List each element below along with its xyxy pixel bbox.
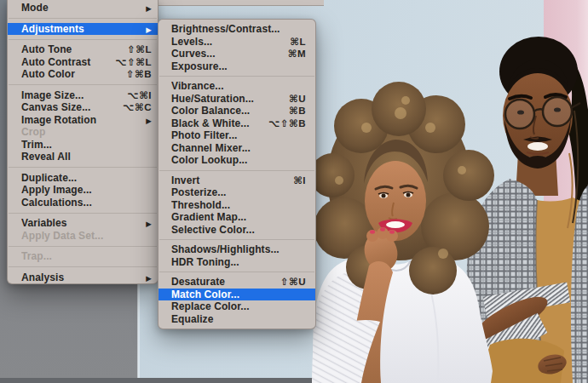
submenu-item-gradient-map[interactable]: Gradient Map...: [159, 211, 315, 224]
menu-separator: [159, 239, 314, 240]
menu-item-calculations[interactable]: Calculations...: [8, 197, 158, 209]
submenu-arrow-icon: ▶: [146, 273, 152, 282]
menu-item-label: HDR Toning...: [171, 256, 306, 268]
menu-item-trap: Trap...: [8, 250, 158, 263]
menu-item-label: Levels...: [171, 36, 283, 48]
submenu-item-desaturate[interactable]: Desaturate⇧⌘U: [159, 276, 315, 289]
menu-item-shortcut: ⌥⌘C: [123, 101, 152, 113]
menu-item-label: Hue/Saturation...: [171, 93, 282, 105]
menu-item-auto-color[interactable]: Auto Color⇧⌘B: [8, 68, 158, 81]
menu-item-label: Trap...: [21, 250, 152, 262]
menu-item-apply-image[interactable]: Apply Image...: [8, 184, 158, 197]
submenu-item-posterize[interactable]: Posterize...: [159, 186, 315, 199]
menu-separator: [159, 76, 314, 77]
menu-item-mode[interactable]: Mode▶: [8, 2, 158, 14]
menu-separator: [159, 272, 314, 272]
menu-item-apply-data-set: Apply Data Set...: [8, 230, 158, 243]
menu-item-shortcut: ⌥⇧⌘L: [115, 56, 152, 68]
submenu-item-hdr-toning[interactable]: HDR Toning...: [159, 256, 315, 269]
menu-item-duplicate[interactable]: Duplicate...: [8, 172, 158, 185]
menu-item-variables[interactable]: Variables▶: [8, 217, 158, 230]
menu-item-label: Match Color...: [171, 289, 306, 300]
menu-item-label: Photo Filter...: [171, 129, 306, 141]
submenu-arrow-icon: ▶: [146, 25, 152, 33]
menu-item-label: Threshold...: [171, 199, 306, 211]
submenu-item-match-color[interactable]: Match Color...: [159, 289, 315, 301]
menu-item-label: Canvas Size...: [21, 101, 116, 113]
submenu-item-selective-color[interactable]: Selective Color...: [159, 224, 315, 237]
menu-separator: [9, 18, 157, 19]
submenu-item-photo-filter[interactable]: Photo Filter...: [159, 129, 315, 142]
menu-item-label: Analysis: [21, 272, 146, 283]
menu-item-label: Channel Mixer...: [171, 142, 306, 154]
submenu-item-hue-saturation[interactable]: Hue/Saturation...⌘U: [159, 93, 315, 106]
menu-separator: [9, 84, 157, 85]
menu-item-label: Duplicate...: [21, 172, 152, 184]
adjustments-submenu: Brightness/Contrast...Levels...⌘LCurves.…: [158, 19, 316, 329]
menu-item-label: Adjustments: [21, 23, 146, 35]
menu-item-shortcut: ⌘L: [290, 36, 306, 48]
menu-item-label: Selective Color...: [171, 224, 306, 236]
menu-item-auto-tone[interactable]: Auto Tone⇧⌘L: [8, 43, 158, 56]
submenu-item-black-white[interactable]: Black & White...⌥⇧⌘B: [159, 117, 315, 130]
menu-item-label: Color Lookup...: [171, 154, 306, 166]
submenu-item-vibrance[interactable]: Vibrance...: [159, 80, 315, 93]
menu-item-shortcut: ⌥⇧⌘B: [268, 117, 306, 129]
menu-item-label: Posterize...: [171, 186, 306, 198]
menu-item-label: Mode: [21, 2, 146, 14]
menu-item-label: Image Rotation: [21, 114, 146, 126]
submenu-item-invert[interactable]: Invert⌘I: [159, 174, 315, 187]
menu-item-reveal-all[interactable]: Reveal All: [8, 151, 158, 163]
menu-item-label: Equalize: [171, 313, 306, 325]
menu-item-label: Image Size...: [21, 89, 120, 101]
menu-separator: [9, 167, 157, 168]
menu-item-analysis[interactable]: Analysis▶: [8, 272, 158, 284]
submenu-item-color-lookup[interactable]: Color Lookup...: [159, 154, 315, 167]
menu-item-shortcut: ⌘I: [293, 174, 306, 186]
submenu-arrow-icon: ▶: [146, 220, 152, 228]
menu-separator: [9, 39, 157, 40]
menu-item-label: Replace Color...: [171, 300, 306, 312]
photo-woman: [310, 82, 494, 383]
menu-item-label: Invert: [171, 174, 286, 186]
submenu-item-levels[interactable]: Levels...⌘L: [159, 36, 315, 49]
menu-item-trim[interactable]: Trim...: [8, 139, 158, 151]
menu-item-shortcut: ⌘U: [289, 93, 306, 105]
menu-item-label: Desaturate: [171, 276, 274, 288]
menu-separator: [9, 266, 157, 267]
submenu-item-threshold[interactable]: Threshold...: [159, 199, 315, 212]
menu-item-image-rotation[interactable]: Image Rotation▶: [8, 114, 158, 127]
menu-item-image-size[interactable]: Image Size...⌥⌘I: [8, 89, 158, 102]
menu-separator: [9, 246, 157, 247]
menu-item-label: Gradient Map...: [171, 211, 306, 223]
submenu-item-shadows-highlights[interactable]: Shadows/Highlights...: [159, 243, 315, 256]
submenu-item-channel-mixer[interactable]: Channel Mixer...: [159, 142, 315, 155]
cropped-panel-fragment: [156, 0, 324, 6]
menu-item-label: Shadows/Highlights...: [171, 243, 306, 255]
submenu-item-equalize[interactable]: Equalize: [159, 313, 315, 326]
menu-item-canvas-size[interactable]: Canvas Size...⌥⌘C: [8, 101, 158, 114]
menu-item-label: Variables: [21, 217, 146, 229]
menu-item-label: Auto Tone: [21, 43, 120, 55]
submenu-item-brightness-contrast[interactable]: Brightness/Contrast...: [159, 23, 315, 36]
submenu-item-curves[interactable]: Curves...⌘M: [159, 48, 315, 60]
menu-item-label: Apply Image...: [21, 184, 152, 196]
menu-item-label: Color Balance...: [171, 105, 282, 117]
submenu-item-replace-color[interactable]: Replace Color...: [159, 300, 315, 313]
menu-item-shortcut: ⌘B: [289, 105, 306, 117]
menu-item-label: Curves...: [171, 48, 281, 60]
menu-item-shortcut: ⇧⌘L: [127, 43, 152, 55]
submenu-item-exposure[interactable]: Exposure...: [159, 60, 315, 73]
menu-separator: [9, 213, 157, 214]
menu-item-label: Brightness/Contrast...: [171, 23, 306, 35]
menu-separator: [159, 170, 314, 171]
menu-item-auto-contrast[interactable]: Auto Contrast⌥⇧⌘L: [8, 56, 158, 69]
menu-item-shortcut: ⌥⌘I: [127, 89, 152, 101]
menu-item-shortcut: ⇧⌘B: [126, 68, 152, 80]
menu-item-label: Black & White...: [171, 117, 262, 129]
menu-item-label: Trim...: [21, 139, 152, 151]
submenu-item-color-balance[interactable]: Color Balance...⌘B: [159, 105, 315, 117]
menu-item-adjustments[interactable]: Adjustments▶: [8, 23, 158, 36]
submenu-arrow-icon: ▶: [146, 4, 152, 13]
menu-item-crop: Crop: [8, 126, 158, 139]
